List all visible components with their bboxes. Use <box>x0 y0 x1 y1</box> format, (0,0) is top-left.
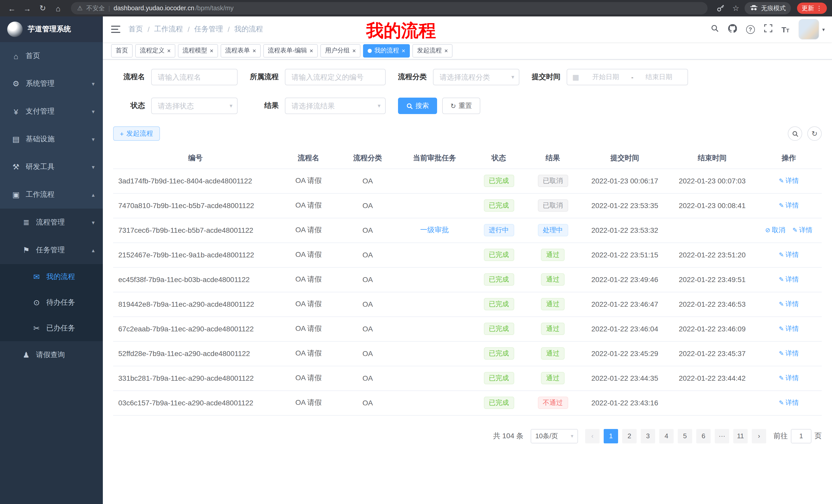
sidebar-item[interactable]: ⚙ 系统管理 ▾ <box>0 70 103 97</box>
goto-suffix: 页 <box>814 431 822 441</box>
tab-close-icon[interactable]: × <box>167 48 171 54</box>
start-process-button[interactable]: + 发起流程 <box>113 127 160 141</box>
tab-close-icon[interactable]: × <box>444 48 448 54</box>
process-id: 819442e8-7b9a-11ec-a290-acde48001122 <box>113 292 278 316</box>
action-link[interactable]: ✎ 详情 <box>779 300 799 309</box>
sidebar-item[interactable]: ✂ 已办任务 <box>0 315 103 341</box>
result-select[interactable]: ▾ <box>285 97 386 114</box>
page-number-button[interactable]: 1 <box>604 429 618 443</box>
process-category-select[interactable]: ▾ <box>433 69 519 85</box>
breadcrumb-item[interactable]: 任务管理 / <box>194 25 234 34</box>
forward-button[interactable]: → <box>21 2 34 15</box>
page-number-button[interactable]: 4 <box>659 429 674 443</box>
view-tab[interactable]: 我的流程 × <box>363 44 410 57</box>
page-number-button[interactable]: ··· <box>715 429 729 443</box>
sidebar-item[interactable]: ≣ 流程管理 ▾ <box>0 208 103 236</box>
process-name-input[interactable] <box>151 69 238 85</box>
action-link[interactable]: ✎ 详情 <box>779 398 799 408</box>
sidebar-item[interactable]: ⚒ 研发工具 ▾ <box>0 153 103 181</box>
action-link[interactable]: ✎ 详情 <box>779 373 799 383</box>
page-number-button[interactable]: 3 <box>641 429 655 443</box>
table-toolbar: + 发起流程 ↻ <box>113 127 822 141</box>
tab-close-icon[interactable]: × <box>401 48 405 54</box>
prev-page-button[interactable]: ‹ <box>585 429 600 443</box>
sidebar-item[interactable]: ▣ 工作流程 ▴ <box>0 181 103 208</box>
table-row: 7317cec6-7b9b-11ec-b5b7-acde48001122 OA … <box>113 218 822 243</box>
action-link[interactable]: ✎ 详情 <box>779 176 799 186</box>
page-number-button[interactable]: 5 <box>678 429 692 443</box>
toggle-search-button[interactable] <box>788 127 802 141</box>
action-label: 详情 <box>785 176 799 186</box>
user-menu[interactable]: ▾ <box>799 19 825 39</box>
tab-close-icon[interactable]: × <box>210 48 213 54</box>
tab-close-icon[interactable]: × <box>352 48 356 54</box>
bookmark-star-icon[interactable]: ☆ <box>729 2 743 15</box>
action-link[interactable]: ✎ 详情 <box>779 324 799 333</box>
page-number-button[interactable]: 11 <box>733 429 748 443</box>
page-number-button[interactable]: 2 <box>622 429 636 443</box>
status-select[interactable]: ▾ <box>151 97 238 114</box>
github-icon[interactable] <box>728 24 737 35</box>
avatar <box>799 19 819 39</box>
current-task-link[interactable]: 一级审批 <box>420 226 449 234</box>
reload-button[interactable]: ↻ <box>36 2 49 15</box>
view-tab[interactable]: 用户分组 × <box>320 44 361 57</box>
view-tab[interactable]: 发起流程 × <box>412 44 452 57</box>
result-select-input[interactable] <box>285 97 386 114</box>
process-definition-input[interactable] <box>285 69 386 85</box>
search-icon[interactable] <box>710 24 719 34</box>
help-icon[interactable]: ? <box>746 25 755 34</box>
start-date-placeholder[interactable]: 开始日期 <box>582 73 629 82</box>
sidebar-item[interactable]: ⌂ 首页 <box>0 42 103 70</box>
action-link[interactable]: ✎ 详情 <box>779 201 799 210</box>
sidebar-item[interactable]: ⚑ 任务管理 ▴ <box>0 236 103 264</box>
back-button[interactable]: ← <box>5 2 19 15</box>
action-link[interactable]: ✎ 详情 <box>779 349 799 358</box>
sidebar-item[interactable]: ✉ 我的流程 <box>0 264 103 290</box>
tab-close-icon[interactable]: × <box>253 48 256 54</box>
tab-close-icon[interactable]: × <box>310 48 313 54</box>
sidebar-item[interactable]: ⊙ 待办任务 <box>0 290 103 315</box>
sidebar-item[interactable]: ♟ 请假查询 <box>0 341 103 369</box>
reset-button[interactable]: ↻ 重置 <box>442 97 480 114</box>
process-category: OA <box>339 193 396 218</box>
action-link[interactable]: ⊘ 取消 <box>765 226 785 235</box>
end-date-placeholder[interactable]: 结束日期 <box>635 73 682 82</box>
status-tag: 已完成 <box>484 249 514 261</box>
view-tab[interactable]: 流程表单-编辑 × <box>263 44 318 57</box>
breadcrumb-item[interactable]: 首页 / <box>129 25 154 34</box>
view-tab[interactable]: 首页 <box>111 44 133 57</box>
security-label[interactable]: 不安全 <box>86 4 105 12</box>
view-tab[interactable]: 流程定义 × <box>135 44 175 57</box>
address-bar[interactable]: ⚠ 不安全 | dashboard.yudao.iocoder.cn /bpm/… <box>71 2 707 15</box>
goto-page-input[interactable] <box>791 429 811 443</box>
process-category: OA <box>339 341 396 366</box>
sidebar-item[interactable]: ¥ 支付管理 ▾ <box>0 97 103 125</box>
action-link[interactable]: ✎ 详情 <box>779 275 799 284</box>
view-tab[interactable]: 流程表单 × <box>220 44 261 57</box>
breadcrumb-item[interactable]: 我的流程 / <box>234 25 263 34</box>
refresh-table-button[interactable]: ↻ <box>807 127 822 141</box>
browser-chrome: ← → ↻ ⌂ ⚠ 不安全 | dashboard.yudao.iocoder.… <box>0 0 832 17</box>
fullscreen-icon[interactable] <box>764 24 772 34</box>
breadcrumb-item[interactable]: 工作流程 / <box>154 25 194 34</box>
page-number-button[interactable]: 6 <box>696 429 711 443</box>
submit-time-range-picker[interactable]: ▦ 开始日期 - 结束日期 <box>567 69 688 85</box>
page-size-select[interactable]: 10条/页 ▾ <box>531 429 578 443</box>
view-tab[interactable]: 流程模型 × <box>178 44 218 57</box>
next-page-button[interactable]: › <box>752 429 766 443</box>
action-link[interactable]: ✎ 详情 <box>792 226 812 235</box>
font-size-icon[interactable]: TT <box>781 25 789 34</box>
search-button[interactable]: 搜索 <box>398 97 437 114</box>
home-button[interactable]: ⌂ <box>51 2 65 15</box>
logo-row[interactable]: 芋道管理系统 <box>0 17 103 42</box>
column-header: 提交时间 <box>581 148 669 169</box>
action-link[interactable]: ✎ 详情 <box>779 250 799 259</box>
update-chrome-button[interactable]: 更新 ⋮ <box>797 3 827 14</box>
status-select-input[interactable] <box>151 97 238 114</box>
password-key-icon[interactable] <box>714 2 727 15</box>
process-category-select-input[interactable] <box>433 69 519 85</box>
process-name: OA 请假 <box>278 316 339 341</box>
sidebar-item[interactable]: ▤ 基础设施 ▾ <box>0 125 103 153</box>
hamburger-icon[interactable] <box>111 26 120 33</box>
